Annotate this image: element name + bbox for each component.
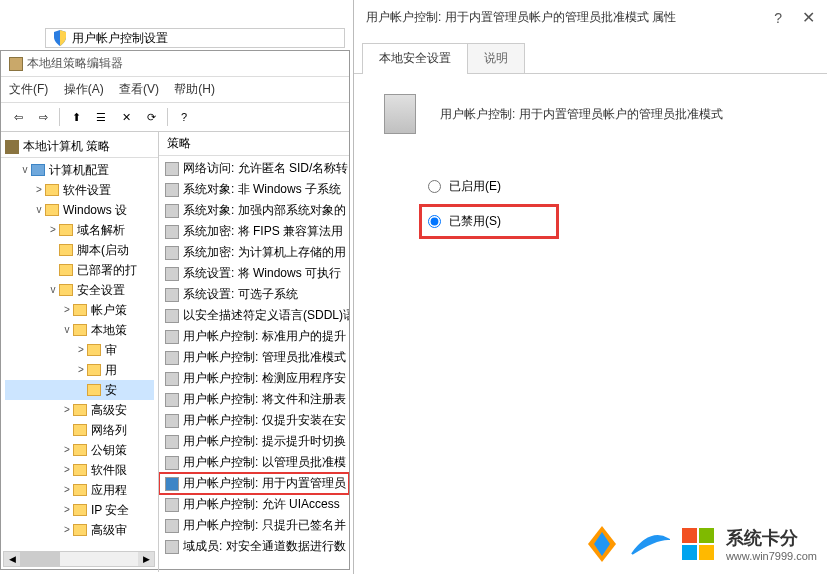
tree-expand-icon[interactable]: >	[61, 400, 73, 420]
tree-item[interactable]: >公钥策	[5, 440, 154, 460]
tree-item[interactable]: v计算机配置	[5, 160, 154, 180]
tab-security-settings[interactable]: 本地安全设置	[362, 43, 468, 74]
tree-item[interactable]: 已部署的打	[5, 260, 154, 280]
folder-icon	[73, 424, 87, 436]
policy-item[interactable]: 用户帐户控制: 仅提升安装在安	[159, 410, 349, 431]
menu-file[interactable]: 文件(F)	[9, 81, 48, 98]
policy-item[interactable]: 用户帐户控制: 只提升已签名并	[159, 515, 349, 536]
tree-item-label: IP 安全	[91, 500, 129, 520]
radio-disabled-input[interactable]	[428, 215, 441, 228]
tree-expand-icon[interactable]: v	[33, 200, 45, 220]
close-button[interactable]: ✕	[802, 8, 815, 27]
tree-item-label: 审	[105, 340, 117, 360]
help-button[interactable]: ?	[774, 10, 782, 26]
scroll-left-arrow[interactable]: ◀	[4, 552, 20, 566]
tree-item[interactable]: >软件设置	[5, 180, 154, 200]
policy-item[interactable]: 系统对象: 非 Windows 子系统	[159, 179, 349, 200]
policy-item[interactable]: 用户帐户控制: 标准用户的提升	[159, 326, 349, 347]
tree-item[interactable]: vWindows 设	[5, 200, 154, 220]
folder-icon	[45, 184, 59, 196]
tree-item[interactable]: 网络列	[5, 420, 154, 440]
radio-disabled[interactable]: 已禁用(S)	[424, 209, 554, 234]
tree-item-label: 软件限	[91, 460, 127, 480]
policy-item[interactable]: 系统对象: 加强内部系统对象的	[159, 200, 349, 221]
scroll-track[interactable]	[60, 552, 138, 566]
policy-item[interactable]: 用户帐户控制: 将文件和注册表	[159, 389, 349, 410]
back-button[interactable]: ⇦	[7, 106, 29, 128]
up-button[interactable]: ⬆	[65, 106, 87, 128]
tree-expand-icon[interactable]: >	[75, 360, 87, 380]
tree-expand-icon[interactable]: >	[75, 340, 87, 360]
tree-item-label: 计算机配置	[49, 160, 109, 180]
policy-icon	[384, 94, 416, 134]
export-button[interactable]: ✕	[115, 106, 137, 128]
tree-expand-icon[interactable]: >	[61, 500, 73, 520]
menu-help[interactable]: 帮助(H)	[174, 81, 215, 98]
policy-header: 用户帐户控制: 用于内置管理员帐户的管理员批准模式	[384, 94, 797, 134]
tree-expand-icon[interactable]: v	[19, 160, 31, 180]
uac-title-text: 用户帐户控制设置	[72, 30, 168, 47]
policy-item[interactable]: 以安全描述符定义语言(SDDL)语	[159, 305, 349, 326]
radio-enabled-input[interactable]	[428, 180, 441, 193]
radio-enabled[interactable]: 已启用(E)	[424, 174, 797, 199]
tree-item-label: 安全设置	[77, 280, 125, 300]
policy-item[interactable]: 用户帐户控制: 用于内置管理员	[159, 473, 349, 494]
tree-expand-icon[interactable]: >	[61, 300, 73, 320]
tree-item[interactable]: 安	[5, 380, 154, 400]
tree-expand-icon[interactable]: >	[33, 180, 45, 200]
policy-item[interactable]: 系统设置: 将 Windows 可执行	[159, 263, 349, 284]
tree-item[interactable]: v安全设置	[5, 280, 154, 300]
policy-item-icon	[165, 477, 179, 491]
tree-item[interactable]: >高级安	[5, 400, 154, 420]
shield-icon	[52, 30, 68, 46]
policy-item[interactable]: 域成员: 对安全通道数据进行数	[159, 536, 349, 557]
list-header[interactable]: 策略	[159, 132, 349, 156]
scroll-right-arrow[interactable]: ▶	[138, 552, 154, 566]
forward-button[interactable]: ⇨	[32, 106, 54, 128]
tree-item[interactable]: >应用程	[5, 480, 154, 500]
tree-expand-icon[interactable]: >	[61, 440, 73, 460]
tree-item[interactable]: >审	[5, 340, 154, 360]
tree-item[interactable]: >IP 安全	[5, 500, 154, 520]
tree-expand-icon[interactable]: v	[47, 280, 59, 300]
tree-expand-icon[interactable]: >	[61, 520, 73, 540]
policy-item[interactable]: 系统加密: 将 FIPS 兼容算法用	[159, 221, 349, 242]
tree-item-label: 应用程	[91, 480, 127, 500]
tree-item[interactable]: >高级审	[5, 520, 154, 540]
tree-item[interactable]: v本地策	[5, 320, 154, 340]
policy-item[interactable]: 用户帐户控制: 管理员批准模式	[159, 347, 349, 368]
svg-rect-1	[699, 528, 714, 543]
tree-item[interactable]: >帐户策	[5, 300, 154, 320]
policy-item[interactable]: 用户帐户控制: 提示提升时切换	[159, 431, 349, 452]
tree-expand-icon[interactable]: v	[61, 320, 73, 340]
tab-explain[interactable]: 说明	[467, 43, 525, 74]
tree-item[interactable]: >用	[5, 360, 154, 380]
tree-item-label: 高级安	[91, 400, 127, 420]
help-button[interactable]: ?	[173, 106, 195, 128]
scroll-thumb[interactable]	[20, 552, 60, 566]
tree-item[interactable]: >域名解析	[5, 220, 154, 240]
policy-item[interactable]: 用户帐户控制: 以管理员批准模	[159, 452, 349, 473]
refresh-button[interactable]: ⟳	[140, 106, 162, 128]
policy-name-text: 用户帐户控制: 用于内置管理员帐户的管理员批准模式	[440, 106, 723, 123]
tree-item[interactable]: >软件限	[5, 460, 154, 480]
tree-item-label: 公钥策	[91, 440, 127, 460]
policy-item-label: 用户帐户控制: 标准用户的提升	[183, 328, 346, 345]
policy-item-label: 系统设置: 可选子系统	[183, 286, 298, 303]
tree-expand-icon[interactable]: >	[61, 460, 73, 480]
menu-action[interactable]: 操作(A)	[64, 81, 104, 98]
tree-item[interactable]: 脚本(启动	[5, 240, 154, 260]
policy-item[interactable]: 用户帐户控制: 允许 UIAccess	[159, 494, 349, 515]
tree-button[interactable]: ☰	[90, 106, 112, 128]
tree-expand-icon[interactable]: >	[61, 480, 73, 500]
policy-item[interactable]: 网络访问: 允许匿名 SID/名称转	[159, 158, 349, 179]
policy-item[interactable]: 系统加密: 为计算机上存储的用	[159, 242, 349, 263]
svg-rect-2	[682, 545, 697, 560]
horizontal-scrollbar[interactable]: ◀ ▶	[3, 551, 155, 567]
menu-view[interactable]: 查看(V)	[119, 81, 159, 98]
tree-header[interactable]: 本地计算机 策略	[1, 136, 158, 158]
tree-expand-icon[interactable]: >	[47, 220, 59, 240]
policy-item[interactable]: 系统设置: 可选子系统	[159, 284, 349, 305]
policy-item[interactable]: 用户帐户控制: 检测应用程序安	[159, 368, 349, 389]
policy-item-label: 用户帐户控制: 用于内置管理员	[183, 475, 346, 492]
